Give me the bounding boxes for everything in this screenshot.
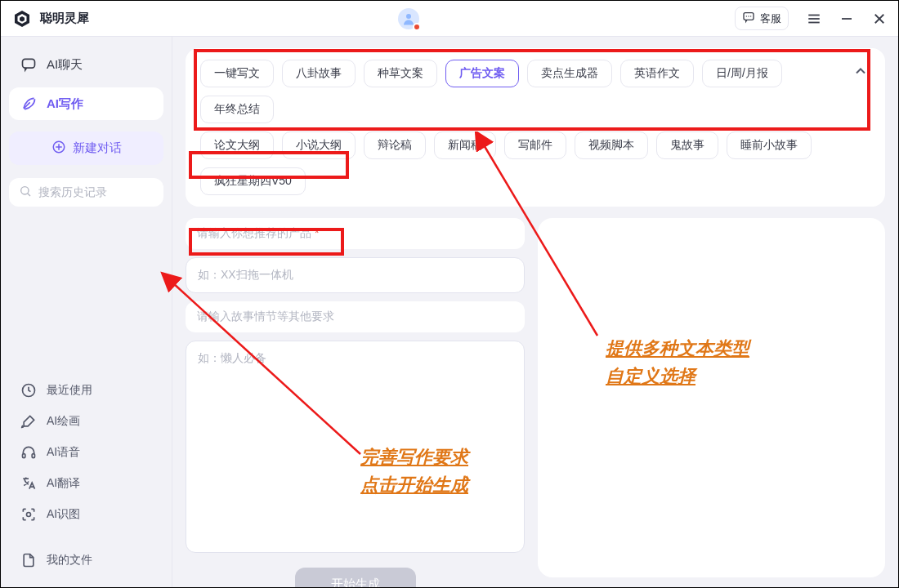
sidebar-item-ai-chat[interactable]: AI聊天 xyxy=(9,48,163,81)
template-tag[interactable]: 英语作文 xyxy=(620,60,694,87)
clock-icon xyxy=(20,382,37,399)
sidebar-item-ai-paint[interactable]: AI绘画 xyxy=(9,406,163,437)
scan-icon xyxy=(20,506,37,523)
template-tag[interactable]: 写邮件 xyxy=(504,131,566,159)
template-tag[interactable]: 疯狂星期四V50 xyxy=(200,167,306,195)
chat-icon xyxy=(20,56,37,73)
sidebar-item-label: AI识图 xyxy=(47,507,80,522)
template-tag[interactable]: 日/周/月报 xyxy=(702,60,782,87)
sidebar-item-label: AI语音 xyxy=(47,445,80,460)
template-tag[interactable]: 八卦故事 xyxy=(282,60,356,87)
support-button[interactable]: 客服 xyxy=(735,7,789,30)
svg-line-19 xyxy=(28,194,30,196)
sidebar-item-recent[interactable]: 最近使用 xyxy=(9,375,163,406)
close-icon[interactable] xyxy=(872,11,887,26)
template-tag[interactable]: 视频脚本 xyxy=(575,131,648,159)
template-tag[interactable]: 新闻稿 xyxy=(434,131,496,159)
minimize-icon[interactable] xyxy=(839,11,854,26)
new-chat-button[interactable]: 新建对话 xyxy=(9,131,163,165)
product-placeholder: 如：XX扫拖一体机 xyxy=(198,268,293,281)
search-icon xyxy=(19,185,32,200)
template-tag[interactable]: 卖点生成器 xyxy=(527,60,612,87)
menu-icon[interactable] xyxy=(807,11,821,26)
template-tag[interactable]: 小说大纲 xyxy=(282,131,356,159)
sidebar-item-ai-vision[interactable]: AI识图 xyxy=(9,499,163,530)
template-tag[interactable]: 广告文案 xyxy=(445,60,519,87)
template-tag[interactable]: 种草文案 xyxy=(364,60,437,87)
template-tag[interactable]: 鬼故事 xyxy=(656,131,718,159)
tag-row: 一键写文八卦故事种草文案广告文案卖点生成器英语作文日/周/月报年终总结 xyxy=(200,60,843,123)
file-icon xyxy=(20,552,37,568)
sidebar-item-label: AI翻译 xyxy=(47,476,80,491)
notification-dot-icon xyxy=(413,23,421,31)
search-input[interactable]: 搜索历史记录 xyxy=(9,178,163,207)
svg-point-7 xyxy=(750,16,751,16)
product-input[interactable]: 如：XX扫拖一体机 xyxy=(186,257,525,293)
svg-point-5 xyxy=(746,16,747,16)
story-label-text: 请输入故事情节等其他要求 xyxy=(197,310,334,323)
sidebar-item-label: 最近使用 xyxy=(47,383,92,398)
sidebar-item-ai-voice[interactable]: AI语音 xyxy=(9,437,163,468)
story-field-label: 请输入故事情节等其他要求 xyxy=(186,301,525,332)
plus-circle-icon xyxy=(51,140,66,157)
product-field-label: 请输入你想推荐的产品* xyxy=(186,218,525,249)
start-button-label: 开始生成 xyxy=(331,577,380,588)
svg-point-23 xyxy=(27,513,31,517)
svg-point-6 xyxy=(748,16,749,16)
collapse-button[interactable] xyxy=(849,61,872,84)
template-tag[interactable]: 论文大纲 xyxy=(200,131,274,159)
sidebar-item-myfiles[interactable]: 我的文件 xyxy=(9,545,163,576)
app-logo-icon xyxy=(12,9,32,29)
sidebar-item-label: 我的文件 xyxy=(47,553,92,568)
sidebar-item-label: AI写作 xyxy=(47,96,83,112)
sidebar: AI聊天 AI写作 新建对话 搜索历史记录 xyxy=(1,37,172,587)
svg-point-18 xyxy=(21,187,29,194)
chat-bubble-icon xyxy=(742,11,755,26)
svg-rect-21 xyxy=(23,454,25,458)
headphone-icon xyxy=(20,444,37,461)
story-textarea[interactable]: 如：懒人必备 xyxy=(186,341,525,553)
support-label: 客服 xyxy=(760,11,781,26)
svg-rect-14 xyxy=(23,59,35,68)
template-tag[interactable]: 年终总结 xyxy=(200,96,274,123)
search-placeholder: 搜索历史记录 xyxy=(38,185,107,200)
product-label-text: 请输入你想推荐的产品 xyxy=(197,226,311,239)
new-chat-label: 新建对话 xyxy=(73,140,122,156)
sidebar-item-label: AI聊天 xyxy=(47,57,83,73)
template-tag[interactable]: 睡前小故事 xyxy=(727,131,812,159)
avatar[interactable] xyxy=(398,8,419,29)
story-placeholder: 如：懒人必备 xyxy=(198,351,266,364)
feather-icon xyxy=(20,96,37,112)
start-generate-button[interactable]: 开始生成 xyxy=(295,568,416,588)
required-asterisk-icon: * xyxy=(315,226,319,239)
translate-icon xyxy=(20,475,37,492)
app-title: 聪明灵犀 xyxy=(40,11,89,26)
form-left-column: 请输入你想推荐的产品* 如：XX扫拖一体机 请输入故事情节等其他要求 如：懒人必… xyxy=(186,218,525,577)
svg-point-3 xyxy=(406,14,411,19)
brush-icon xyxy=(20,413,37,430)
chevron-up-icon xyxy=(852,63,869,82)
main-content: 一键写文八卦故事种草文案广告文案卖点生成器英语作文日/周/月报年终总结 论文大纲… xyxy=(172,37,898,587)
template-tag[interactable]: 辩论稿 xyxy=(364,131,426,159)
template-tag-panel: 一键写文八卦故事种草文案广告文案卖点生成器英语作文日/周/月报年终总结 论文大纲… xyxy=(186,48,885,207)
svg-rect-22 xyxy=(32,454,34,458)
tag-row: 论文大纲小说大纲辩论稿新闻稿写邮件视频脚本鬼故事睡前小故事疯狂星期四V50 xyxy=(200,131,843,195)
sidebar-item-ai-translate[interactable]: AI翻译 xyxy=(9,468,163,499)
sidebar-item-label: AI绘画 xyxy=(47,414,80,429)
title-bar: 聪明灵犀 客服 xyxy=(1,1,898,37)
template-tag[interactable]: 一键写文 xyxy=(200,60,274,87)
output-preview-panel xyxy=(538,218,885,577)
sidebar-item-ai-write[interactable]: AI写作 xyxy=(9,87,163,120)
